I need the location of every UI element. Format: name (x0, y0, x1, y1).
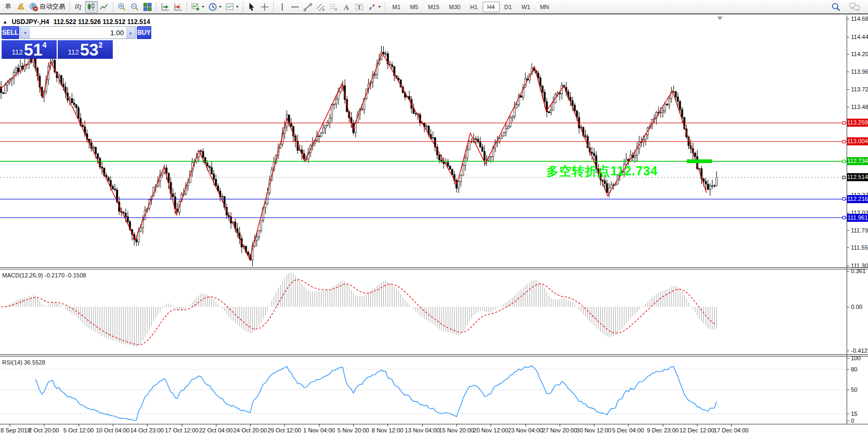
time-axis-label[interactable]: 1 Nov 04:00 (303, 427, 335, 433)
timeframe-h4-button[interactable]: H4 (483, 2, 500, 12)
chevron-down-icon[interactable]: ▾ (202, 4, 204, 9)
timeframe-m30-button[interactable]: M30 (444, 2, 465, 12)
chevron-down-icon[interactable]: ▾ (378, 4, 381, 9)
tile-windows-button[interactable] (141, 1, 154, 13)
time-axis-label[interactable]: 13 Nov 04:00 (405, 427, 439, 433)
time-axis-label[interactable]: 9 Dec 23:00 (647, 427, 678, 433)
timeframe-mn-button[interactable]: MN (535, 2, 554, 12)
bar-chart-icon (74, 3, 83, 11)
time-axis-label[interactable]: 8 Nov 12:00 (371, 427, 403, 433)
price-axis-tick (847, 230, 849, 231)
collapse-panel-icon[interactable]: ▲ (3, 19, 7, 25)
sell-button[interactable]: SELL (2, 26, 19, 39)
chart-shift-marker-icon[interactable] (717, 17, 723, 20)
volume-decrease-button[interactable]: ▼ (21, 27, 30, 38)
time-axis-tick (731, 424, 732, 427)
buy-price-sup: 2 (98, 42, 103, 48)
volume-increase-button[interactable]: ▲ (126, 27, 135, 38)
price-label-chip: 113.259 (847, 119, 868, 127)
level-handle[interactable] (842, 160, 846, 163)
price-chart-pane[interactable] (0, 15, 847, 267)
time-axis-label[interactable]: 27 Nov 20:00 (542, 427, 577, 433)
indicators-button[interactable]: ▾ (189, 1, 206, 13)
candlestick-chart-button[interactable] (85, 1, 98, 13)
templates-button[interactable]: ▾ (223, 1, 241, 13)
crosshair-button[interactable] (258, 1, 271, 13)
time-axis-tick (319, 424, 320, 427)
level-handle[interactable] (842, 176, 846, 179)
periods-button[interactable]: ▾ (206, 1, 223, 13)
time-axis-label[interactable]: 29 Oct 12:00 (268, 427, 301, 433)
timeframe-d1-button[interactable]: D1 (500, 2, 517, 12)
rsi-pane[interactable] (0, 356, 847, 424)
time-axis-label[interactable]: 8 Sep 2018 (1, 427, 30, 433)
time-axis-label[interactable]: 14 Oct 23:00 (130, 427, 164, 433)
timeframe-m15-button[interactable]: M15 (423, 2, 444, 12)
cursor-button[interactable] (245, 1, 258, 13)
time-axis-label[interactable]: 10 Oct 04:00 (96, 427, 130, 433)
toolbar-separator (187, 2, 187, 12)
vertical-line-button[interactable] (276, 1, 289, 13)
buy-price[interactable]: 112 53 2 (58, 40, 113, 59)
chevron-down-icon[interactable]: ▾ (219, 4, 221, 9)
search-button[interactable] (829, 1, 843, 13)
auto-scroll-button[interactable] (159, 1, 172, 13)
toolbar-separator (69, 2, 70, 12)
zoom-out-button[interactable] (128, 1, 141, 13)
price-axis-tick (847, 54, 849, 55)
text-label-button[interactable]: T (353, 1, 366, 13)
level-handle[interactable] (842, 216, 846, 219)
volume-input[interactable] (30, 27, 126, 38)
sell-price[interactable]: 112 51 4 (2, 40, 57, 59)
toolbar-separator (113, 2, 113, 12)
level-handle[interactable] (842, 121, 846, 125)
time-axis-label[interactable]: 23 Nov 04:00 (508, 427, 542, 433)
time-axis-label[interactable]: 20 Nov 12:00 (473, 427, 508, 433)
zoom-in-button[interactable] (115, 1, 128, 13)
new-order-button[interactable]: 单 (2, 1, 14, 13)
ohlc-values: 112.522 112.526 112.512 112.514 (53, 18, 150, 26)
autotrading-button[interactable]: 自动交易 (27, 1, 67, 13)
time-axis-label[interactable]: 24 Oct 20:00 (234, 427, 267, 433)
chart-annotation-text[interactable]: 多空转折点112.734 (546, 163, 658, 180)
trend-line-button[interactable] (301, 1, 314, 13)
line-chart-button[interactable] (98, 1, 111, 13)
timeframe-m1-button[interactable]: M1 (387, 2, 405, 12)
pane-separator[interactable] (0, 354, 868, 356)
level-handle[interactable] (842, 140, 846, 143)
timeframe-h1-button[interactable]: H1 (465, 2, 482, 12)
time-axis-label[interactable]: 22 Oct 04:00 (199, 427, 233, 433)
time-axis-label[interactable]: 17 Oct 12:00 (165, 427, 199, 433)
crosshair-icon (260, 3, 269, 11)
bar-chart-button[interactable] (72, 1, 85, 13)
time-axis-tick (10, 424, 10, 427)
rsi-axis-label: 0 (851, 417, 854, 424)
level-handle[interactable] (842, 197, 846, 200)
time-axis-label[interactable]: 5 Dec 04:00 (612, 427, 644, 433)
time-axis-label[interactable]: 2 Oct 20:00 (29, 427, 59, 433)
macd-pane[interactable] (0, 269, 847, 354)
chart-shift-button[interactable] (172, 1, 184, 13)
chevron-down-icon[interactable]: ▾ (236, 4, 238, 9)
fibonacci-button[interactable]: F (327, 1, 340, 13)
timeframe-m5-button[interactable]: M5 (405, 2, 423, 12)
time-axis-label[interactable]: 5 Oct 12:00 (64, 427, 94, 433)
chart-window[interactable]: ▲ USDJPY-,H4 112.522 112.526 112.512 112… (0, 13, 868, 434)
chat-button[interactable] (847, 1, 862, 13)
timeframe-w1-button[interactable]: W1 (517, 2, 536, 12)
time-axis-label[interactable]: 17 Dec 04:00 (714, 427, 748, 433)
pane-separator[interactable] (0, 267, 868, 269)
arrow-tools-button[interactable]: ▾ (366, 1, 383, 13)
price-tick-label: 113.720 (851, 86, 868, 92)
time-axis-label[interactable]: 30 Nov 12:00 (576, 427, 611, 433)
candlestick-chart-icon (87, 3, 96, 11)
buy-button[interactable]: BUY (137, 26, 151, 39)
deposit-button[interactable] (14, 1, 27, 13)
time-axis-label[interactable]: 5 Nov 20:00 (337, 427, 369, 433)
text-button[interactable]: A (340, 1, 353, 13)
time-axis-label[interactable]: 12 Dec 12:00 (679, 427, 714, 433)
thick-trend-segment[interactable] (687, 159, 712, 163)
horizontal-line-button[interactable] (289, 1, 301, 13)
time-axis-label[interactable]: 15 Nov 20:00 (439, 427, 474, 433)
equidistant-channel-button[interactable]: E (314, 1, 327, 13)
